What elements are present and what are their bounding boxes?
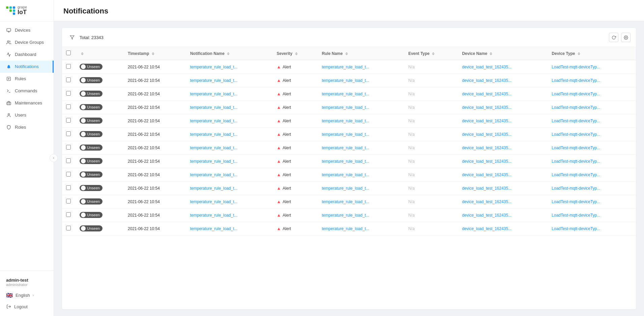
- device-type-link[interactable]: LoadTest-mqtt-deviceTyp...: [552, 119, 600, 123]
- rule-name-link[interactable]: temperature_rule_load_t...: [322, 132, 369, 137]
- notification-link[interactable]: temperature_rule_load_t...: [190, 146, 238, 150]
- device-type-link[interactable]: LoadTest-mqtt-deviceTyp...: [552, 92, 600, 96]
- row-checkbox[interactable]: [66, 91, 71, 96]
- device-type-link[interactable]: LoadTest-mqtt-deviceTyp...: [552, 186, 600, 191]
- row-checkbox[interactable]: [66, 212, 71, 217]
- row-checkbox[interactable]: [66, 172, 71, 177]
- rule-name-link[interactable]: temperature_rule_load_t...: [322, 186, 369, 191]
- notification-link[interactable]: temperature_rule_load_t...: [190, 186, 238, 191]
- rule-name-link[interactable]: temperature_rule_load_t...: [322, 172, 369, 177]
- rule-name-link[interactable]: temperature_rule_load_t...: [322, 146, 369, 150]
- unseen-toggle[interactable]: Unseen: [80, 198, 103, 204]
- device-name-link[interactable]: device_load_test_162435...: [462, 159, 511, 164]
- row-checkbox[interactable]: [66, 64, 71, 69]
- device-type-link[interactable]: LoadTest-mqtt-deviceTyp...: [552, 65, 600, 69]
- settings-button[interactable]: [621, 33, 631, 42]
- device-name-link[interactable]: device_load_test_162435...: [462, 172, 511, 177]
- rule-name-link[interactable]: temperature_rule_load_t...: [322, 199, 369, 204]
- rule-name-link[interactable]: temperature_rule_load_t...: [322, 78, 369, 83]
- unseen-toggle[interactable]: Unseen: [80, 225, 103, 231]
- device-name-link[interactable]: device_load_test_162435...: [462, 65, 511, 69]
- unseen-toggle[interactable]: Unseen: [80, 145, 103, 151]
- device-type-link[interactable]: LoadTest-mqtt-deviceTyp...: [552, 226, 600, 231]
- device-name-link[interactable]: device_load_test_162435...: [462, 226, 511, 231]
- device-name-link[interactable]: device_load_test_162435...: [462, 213, 511, 218]
- select-all-checkbox[interactable]: [66, 51, 71, 55]
- device-type-link[interactable]: LoadTest-mqtt-deviceTyp...: [552, 132, 600, 137]
- device-name-link[interactable]: device_load_test_162435...: [462, 92, 511, 96]
- sidebar-item-device-groups[interactable]: Device Groups: [0, 36, 54, 49]
- sidebar-item-devices[interactable]: Devices: [0, 24, 54, 36]
- row-checkbox[interactable]: [66, 131, 71, 136]
- notification-link[interactable]: temperature_rule_load_t...: [190, 172, 238, 177]
- notification-link[interactable]: temperature_rule_load_t...: [190, 226, 238, 231]
- rule-name-link[interactable]: temperature_rule_load_t...: [322, 159, 369, 164]
- rule-name-link[interactable]: temperature_rule_load_t...: [322, 65, 369, 69]
- sidebar-item-notifications[interactable]: Notifications: [0, 61, 54, 73]
- header-notification-name[interactable]: Notification Name: [186, 47, 273, 60]
- device-type-link[interactable]: LoadTest-mqtt-deviceTyp...: [552, 213, 600, 218]
- row-checkbox[interactable]: [66, 145, 71, 150]
- device-type-link[interactable]: LoadTest-mqtt-deviceTyp...: [552, 172, 600, 177]
- device-name-link[interactable]: device_load_test_162435...: [462, 186, 511, 191]
- device-type-link[interactable]: LoadTest-mqtt-deviceTyp...: [552, 146, 600, 150]
- unseen-toggle[interactable]: Unseen: [80, 91, 103, 97]
- sidebar-item-roles[interactable]: Roles: [0, 121, 54, 133]
- unseen-toggle[interactable]: Unseen: [80, 77, 103, 83]
- unseen-toggle[interactable]: Unseen: [80, 185, 103, 191]
- header-rule-name[interactable]: Rule Name: [318, 47, 404, 60]
- row-checkbox[interactable]: [66, 158, 71, 163]
- notification-link[interactable]: temperature_rule_load_t...: [190, 199, 238, 204]
- header-event-type[interactable]: Event Type: [404, 47, 458, 60]
- device-type-link[interactable]: LoadTest-mqtt-deviceTyp...: [552, 78, 600, 83]
- row-checkbox[interactable]: [66, 199, 71, 203]
- unseen-toggle[interactable]: Unseen: [80, 118, 103, 124]
- header-device-type[interactable]: Device Type: [548, 47, 636, 60]
- header-timestamp[interactable]: Timestamp: [124, 47, 186, 60]
- notification-link[interactable]: temperature_rule_load_t...: [190, 92, 238, 96]
- row-checkbox[interactable]: [66, 77, 71, 82]
- sidebar-item-maintenances[interactable]: Maintenances: [0, 97, 54, 109]
- sidebar-item-rules[interactable]: Rules: [0, 73, 54, 85]
- sidebar-item-users[interactable]: Users: [0, 109, 54, 121]
- sidebar-item-dashboard[interactable]: Dashboard: [0, 49, 54, 61]
- notification-link[interactable]: temperature_rule_load_t...: [190, 213, 238, 218]
- sidebar-collapse-button[interactable]: [50, 154, 58, 162]
- header-severity[interactable]: Severity: [272, 47, 318, 60]
- device-type-link[interactable]: LoadTest-mqtt-deviceTyp...: [552, 199, 600, 204]
- device-name-link[interactable]: device_load_test_162435...: [462, 78, 511, 83]
- notification-link[interactable]: temperature_rule_load_t...: [190, 132, 238, 137]
- rule-name-link[interactable]: temperature_rule_load_t...: [322, 119, 369, 123]
- refresh-button[interactable]: [609, 33, 618, 42]
- notification-link[interactable]: temperature_rule_load_t...: [190, 78, 238, 83]
- row-checkbox[interactable]: [66, 104, 71, 109]
- row-checkbox[interactable]: [66, 226, 71, 230]
- rule-name-link[interactable]: temperature_rule_load_t...: [322, 226, 369, 231]
- rule-name-link[interactable]: temperature_rule_load_t...: [322, 105, 369, 110]
- device-name-link[interactable]: device_load_test_162435...: [462, 146, 511, 150]
- header-device-name[interactable]: Device Name: [458, 47, 548, 60]
- device-name-link[interactable]: device_load_test_162435...: [462, 119, 511, 123]
- unseen-toggle[interactable]: Unseen: [80, 171, 103, 178]
- header-status[interactable]: [76, 47, 124, 60]
- sidebar-item-commands[interactable]: Commands: [0, 85, 54, 97]
- notification-link[interactable]: temperature_rule_load_t...: [190, 105, 238, 110]
- device-name-link[interactable]: device_load_test_162435...: [462, 132, 511, 137]
- filter-button[interactable]: [67, 33, 77, 42]
- unseen-toggle[interactable]: Unseen: [80, 158, 103, 164]
- unseen-toggle[interactable]: Unseen: [80, 131, 103, 137]
- device-type-link[interactable]: LoadTest-mqtt-deviceTyp...: [552, 159, 600, 164]
- unseen-toggle[interactable]: Unseen: [80, 64, 103, 70]
- rule-name-link[interactable]: temperature_rule_load_t...: [322, 213, 369, 218]
- notification-link[interactable]: temperature_rule_load_t...: [190, 159, 238, 164]
- unseen-toggle[interactable]: Unseen: [80, 104, 103, 110]
- notification-link[interactable]: temperature_rule_load_t...: [190, 119, 238, 123]
- unseen-toggle[interactable]: Unseen: [80, 212, 103, 218]
- device-name-link[interactable]: device_load_test_162435...: [462, 199, 511, 204]
- language-selector[interactable]: 🇬🇧 English ›: [0, 289, 54, 301]
- rule-name-link[interactable]: temperature_rule_load_t...: [322, 92, 369, 96]
- device-name-link[interactable]: device_load_test_162435...: [462, 105, 511, 110]
- device-type-link[interactable]: LoadTest-mqtt-deviceTyp...: [552, 105, 600, 110]
- logout-button[interactable]: Logout: [0, 301, 54, 312]
- row-checkbox[interactable]: [66, 185, 71, 190]
